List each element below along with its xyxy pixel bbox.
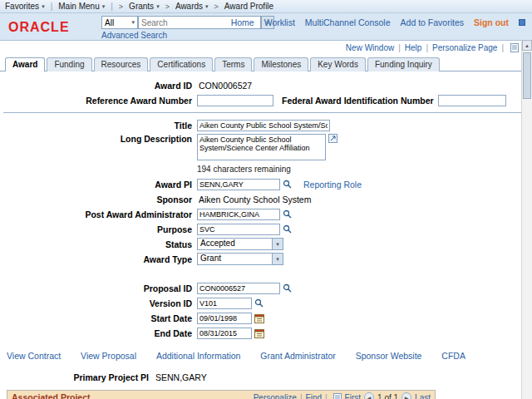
scrollbar-thumb[interactable] (523, 52, 531, 99)
main-menu[interactable]: Main Menu ▾ (58, 2, 105, 11)
award-pi-input[interactable] (197, 179, 280, 190)
post-award-admin-row: Post Award Administrator (7, 208, 532, 220)
separator: | (325, 393, 328, 399)
grid-last-link[interactable]: Last (415, 393, 431, 399)
chevron-down-icon: ▾ (42, 3, 45, 10)
expand-icon[interactable] (328, 134, 337, 143)
tab-award[interactable]: Award (5, 57, 45, 71)
proposal-id-input[interactable] (197, 283, 280, 294)
grid-row-counter: 1 of 1 (377, 393, 398, 399)
search-scope-dropdown[interactable]: All ▾ (101, 16, 138, 29)
multichannel-console-link[interactable]: MultiChannel Console (305, 17, 391, 27)
header-links: Home Worklist MultiChannel Console Add t… (231, 17, 525, 27)
header-bar: ORACLE All ▾ » Advanced Search Home Work… (0, 13, 532, 41)
long-description-row: Long Description Aiken County Public Sch… (7, 134, 532, 160)
primary-project-pi-label: Primary Project PI (7, 372, 154, 382)
lookup-icon[interactable] (283, 283, 292, 293)
grant-administrator-link[interactable]: Grant Administrator (260, 351, 335, 361)
tab-funding[interactable]: Funding (47, 57, 91, 71)
title-input[interactable] (197, 120, 330, 131)
page-icon[interactable] (510, 43, 519, 52)
tab-milestones[interactable]: Milestones (254, 57, 308, 71)
separator: | (51, 2, 53, 11)
breadcrumb-grants[interactable]: Grants ▾ (129, 2, 160, 11)
separator: | (111, 2, 113, 11)
personalize-page-link[interactable]: Personalize Page (432, 43, 497, 52)
separator: | (398, 43, 401, 52)
chevron-down-icon: ▾ (102, 3, 106, 10)
federal-award-id-input[interactable] (438, 95, 506, 106)
award-id-row: Award ID CON0006527 (7, 79, 532, 91)
grid-toolbar: Personalize | Find | First ◀ 1 of 1 ▶ La… (254, 392, 431, 399)
lookup-icon[interactable] (254, 298, 264, 308)
cfda-link[interactable]: CFDA (441, 351, 466, 361)
sponsor-label: Sponsor (7, 195, 197, 204)
previous-row-button[interactable]: ◀ (364, 392, 374, 399)
grid-personalize-link[interactable]: Personalize (254, 393, 297, 399)
federal-award-id-label: Federal Award Identification Number (273, 96, 438, 106)
sign-out-link[interactable]: Sign out (474, 17, 509, 27)
view-proposal-link[interactable]: View Proposal (81, 351, 136, 361)
title-label: Title (7, 121, 197, 131)
download-icon[interactable] (333, 393, 342, 399)
breadcrumb-separator-icon: > (119, 2, 123, 11)
add-to-favorites-link[interactable]: Add to Favorites (401, 17, 464, 27)
status-row: Status Accepted ▾ (7, 238, 532, 250)
lookup-icon[interactable] (283, 209, 292, 219)
search-scope-value: All (105, 18, 114, 27)
start-date-label: Start Date (7, 313, 197, 323)
next-row-button[interactable]: ▶ (401, 392, 411, 399)
view-contract-link[interactable]: View Contract (7, 351, 61, 361)
scrollbar[interactable]: ▲ (521, 40, 532, 399)
version-id-input[interactable] (197, 298, 252, 309)
award-id-value: CON0006527 (197, 81, 252, 91)
version-id-row: Version ID (7, 297, 532, 309)
home-link[interactable]: Home (231, 17, 254, 27)
award-type-label: Award Type (7, 254, 197, 264)
tab-certifications[interactable]: Certifications (150, 57, 213, 71)
purpose-input[interactable] (197, 224, 280, 235)
version-id-label: Version ID (7, 298, 197, 308)
additional-information-link[interactable]: Additional Information (156, 351, 241, 361)
status-dropdown[interactable]: Accepted ▾ (197, 238, 283, 250)
oracle-logo: ORACLE (8, 20, 70, 35)
chars-remaining-row: 194 characters remaining (7, 163, 532, 175)
start-date-input[interactable] (197, 313, 252, 324)
long-description-label: Long Description (7, 134, 197, 144)
new-window-link[interactable]: New Window (346, 43, 394, 52)
end-date-input[interactable] (197, 328, 252, 339)
tab-funding-inquiry[interactable]: Funding Inquiry (367, 57, 440, 71)
award-pi-row: Award PI Reporting Role (7, 178, 532, 190)
post-award-admin-input[interactable] (197, 209, 280, 220)
awards-label: Awards (175, 2, 203, 11)
tab-terms[interactable]: Terms (214, 57, 252, 71)
worklist-link[interactable]: Worklist (264, 17, 295, 27)
advanced-search-link[interactable]: Advanced Search (101, 31, 167, 40)
notification-icon[interactable] (519, 19, 525, 26)
tab-resources[interactable]: Resources (94, 57, 149, 71)
tab-key-words[interactable]: Key Words (310, 57, 366, 71)
reporting-role-link[interactable]: Reporting Role (303, 180, 362, 190)
lookup-icon[interactable] (283, 180, 292, 189)
breadcrumb-awards[interactable]: Awards ▾ (175, 2, 209, 11)
scroll-up-icon[interactable]: ▲ (522, 40, 532, 51)
award-pi-label: Award PI (7, 180, 197, 190)
favorites-menu[interactable]: Favorites ▾ (5, 2, 45, 11)
proposal-id-label: Proposal ID (7, 283, 197, 293)
lookup-icon[interactable] (283, 224, 292, 234)
grid-first-link[interactable]: First (345, 393, 361, 399)
sponsor-website-link[interactable]: Sponsor Website (356, 351, 422, 361)
reference-award-number-input[interactable] (197, 95, 273, 106)
award-type-dropdown[interactable]: Grant ▾ (197, 253, 283, 265)
help-link[interactable]: Help (405, 43, 422, 52)
calendar-icon[interactable] (254, 328, 264, 338)
related-links-row: View Contract View Proposal Additional I… (7, 351, 466, 361)
separator: | (426, 43, 428, 52)
divider (3, 112, 529, 113)
calendar-icon[interactable] (254, 313, 264, 323)
favorites-label: Favorites (5, 2, 39, 11)
long-description-textarea[interactable]: Aiken County Public School System/Scienc… (197, 134, 326, 160)
associated-project-grid: Associated Project Personalize | Find | … (7, 390, 436, 399)
separator: | (300, 393, 303, 399)
grid-find-link[interactable]: Find (306, 393, 322, 399)
